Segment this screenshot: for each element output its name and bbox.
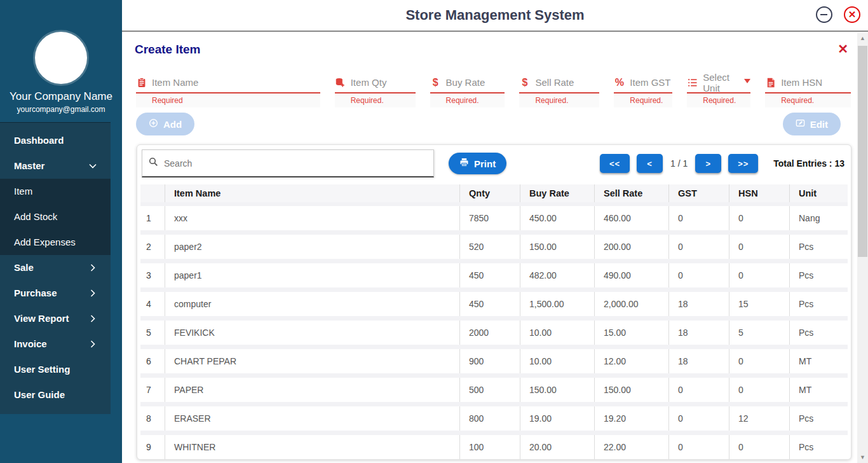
- table-row[interactable]: 8ERASER80019.0019.20012Pcs: [140, 406, 848, 431]
- close-window-icon[interactable]: ✕: [844, 6, 860, 23]
- table-cell: Pcs: [789, 406, 848, 431]
- table-row[interactable]: 1xxx7850450.00460.0000Nang: [140, 206, 848, 230]
- table-cell: 450: [459, 263, 520, 287]
- hsn-file-icon: [765, 77, 776, 88]
- sidebar-item-sale[interactable]: Sale: [0, 255, 111, 280]
- chevron-down-icon: [88, 161, 98, 171]
- chevron-right-icon: [88, 339, 98, 349]
- scroll-up-icon[interactable]: ▲: [857, 33, 868, 44]
- field-item-gst: %Required.: [614, 76, 672, 107]
- sidebar-item-add-stock[interactable]: Add Stock: [0, 204, 111, 230]
- scrollbar-thumb[interactable]: [858, 46, 867, 257]
- sidebar-item-dashboard[interactable]: Dashboard: [0, 128, 111, 153]
- sell-rate-input[interactable]: [535, 77, 599, 88]
- sidebar-item-item[interactable]: Item: [0, 179, 111, 204]
- sidebar-item-add-expenses[interactable]: Add Expenses: [0, 230, 111, 255]
- sidebar-item-user-setting[interactable]: User Setting: [0, 357, 111, 382]
- table-cell: 450: [459, 292, 520, 316]
- required-hint: Required.: [765, 93, 851, 107]
- sidebar: Your Company Name yourcompany@gmail.com …: [0, 0, 122, 463]
- clipboard-icon: [136, 77, 147, 88]
- table-cell: PAPER: [165, 378, 459, 402]
- chevron-right-icon: [88, 263, 98, 273]
- unit-list-icon: [687, 77, 698, 88]
- table-cell: 12: [729, 406, 789, 431]
- sidebar-item-invoice[interactable]: Invoice: [0, 331, 111, 357]
- sidebar-item-label: Dashboard: [14, 135, 64, 146]
- table-cell: 150.00: [594, 378, 668, 402]
- scroll-down-icon[interactable]: ▼: [857, 452, 868, 463]
- table-cell: 5: [140, 321, 165, 345]
- close-modal-icon[interactable]: ✕: [837, 43, 848, 55]
- minimize-icon[interactable]: [816, 6, 832, 23]
- field-item-name: Required: [136, 76, 320, 107]
- table-toolbar: Print << < 1 / 1 > >> Total Entries : 13: [140, 148, 848, 177]
- edit-button[interactable]: Edit: [783, 113, 841, 135]
- last-page-button[interactable]: >>: [728, 154, 758, 173]
- table-cell: 7: [140, 378, 165, 402]
- table-cell: 22.00: [594, 435, 668, 459]
- column-header: Item Name: [165, 184, 459, 202]
- table-cell: 5: [729, 321, 789, 345]
- next-page-button[interactable]: >: [695, 154, 721, 173]
- field-item-qty: Required.: [335, 76, 416, 107]
- required-hint: Required.: [519, 93, 599, 107]
- table-row[interactable]: 5FEVIKICK200010.0015.00185Pcs: [140, 321, 848, 345]
- dollar-icon: $: [430, 77, 441, 88]
- table-row[interactable]: 3paper1450482.00490.0000Pcs: [140, 263, 848, 287]
- item-qty-input[interactable]: [351, 77, 416, 88]
- vertical-scrollbar[interactable]: ▲ ▼: [857, 33, 868, 463]
- field-buy-rate: $Required.: [430, 76, 505, 107]
- table-cell: 0: [668, 263, 729, 287]
- company-avatar: [35, 32, 87, 84]
- items-table: Item NameQntyBuy RateSell RateGSTHSNUnit…: [140, 184, 848, 459]
- unit-select[interactable]: Select Unit: [703, 72, 739, 93]
- sidebar-item-user-guide[interactable]: User Guide: [0, 382, 111, 408]
- table-cell: 15.00: [594, 321, 668, 345]
- add-button[interactable]: Add: [136, 113, 194, 135]
- field-input-wrap: [765, 76, 851, 93]
- sidebar-menu: DashboardMasterItemAdd StockAdd Expenses…: [0, 122, 111, 414]
- buy-rate-input[interactable]: [446, 77, 505, 88]
- table-cell: 7850: [459, 206, 520, 230]
- table-cell: Nang: [789, 206, 848, 230]
- sidebar-item-purchase[interactable]: Purchase: [0, 280, 111, 306]
- table-cell: 4: [140, 292, 165, 316]
- table-cell: 900: [459, 349, 520, 373]
- column-header: HSN: [729, 184, 789, 202]
- item-gst-input[interactable]: [630, 77, 672, 88]
- table-cell: Pcs: [789, 321, 848, 345]
- company-email: yourcompany@gmail.com: [0, 105, 122, 122]
- table-row[interactable]: 7PAPER500150.00150.0000MT: [140, 378, 848, 402]
- table-cell: 2,000.00: [594, 292, 668, 316]
- add-button-label: Add: [163, 119, 182, 130]
- page-head: Create Item ✕: [122, 33, 857, 57]
- table-row[interactable]: 2paper2520150.00200.0000Pcs: [140, 235, 848, 259]
- table-row[interactable]: 4computer4501,500.002,000.001815Pcs: [140, 292, 848, 316]
- column-header: Sell Rate: [594, 184, 668, 202]
- table-cell: 500: [459, 378, 520, 402]
- field-item-hsn: Required.: [765, 76, 851, 107]
- table-row[interactable]: 9WHITNER10020.0022.0000Pcs: [140, 435, 848, 459]
- table-cell: 18: [668, 321, 729, 345]
- search-input[interactable]: [164, 158, 427, 169]
- table-cell: 200.00: [594, 235, 668, 259]
- required-hint: Required: [136, 93, 320, 107]
- table-row[interactable]: 6CHART PEPAR90010.0012.00180MT: [140, 349, 848, 373]
- item-hsn-input[interactable]: [781, 77, 851, 88]
- prev-page-button[interactable]: <: [637, 154, 663, 173]
- item-name-input[interactable]: [152, 77, 320, 88]
- sidebar-item-label: Item: [14, 186, 32, 197]
- table-cell: 0: [668, 378, 729, 402]
- table-cell: 490.00: [594, 263, 668, 287]
- caret-down-icon[interactable]: [744, 79, 750, 83]
- field-input-wrap: [335, 76, 416, 93]
- first-page-button[interactable]: <<: [600, 154, 630, 173]
- print-button[interactable]: Print: [449, 153, 506, 174]
- table-cell: 0: [668, 206, 729, 230]
- sidebar-item-view-report[interactable]: View Report: [0, 306, 111, 331]
- sidebar-item-label: Purchase: [14, 287, 57, 298]
- sidebar-item-master[interactable]: Master: [0, 153, 111, 179]
- table-cell: 20.00: [520, 435, 594, 459]
- table-cell: 19.00: [520, 406, 594, 431]
